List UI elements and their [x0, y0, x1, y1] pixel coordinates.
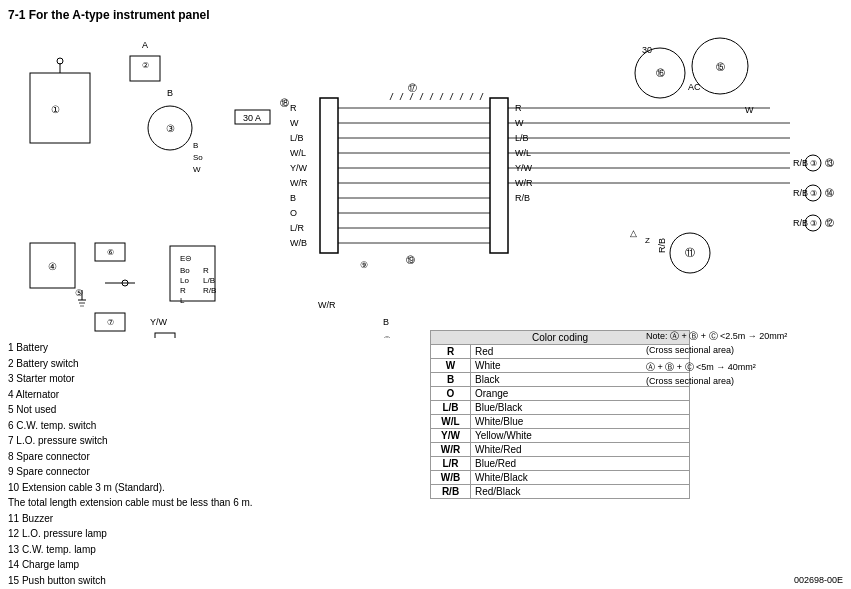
legend-item-1: 1 Battery	[8, 340, 308, 356]
legend-item-8: 8 Spare connector	[8, 449, 308, 465]
svg-text:⑭: ⑭	[825, 188, 834, 198]
svg-rect-15	[320, 98, 338, 253]
svg-text:R/B: R/B	[657, 238, 667, 253]
legend-item-10: 10 Extension cable 3 m (Standard).	[8, 480, 308, 496]
svg-text:②: ②	[142, 61, 149, 70]
color-table-row: R/BRed/Black	[431, 485, 690, 499]
svg-text:⑪: ⑪	[685, 247, 695, 258]
svg-text:W/L: W/L	[290, 148, 306, 158]
svg-text:R: R	[180, 286, 186, 295]
svg-text:△: △	[630, 228, 637, 238]
svg-text:⑫: ⑫	[825, 218, 834, 228]
legend-item-9: 9 Spare connector	[8, 464, 308, 480]
svg-text:③: ③	[810, 159, 817, 168]
color-name: Red/Black	[471, 485, 690, 499]
legend-item-4: 4 Alternator	[8, 387, 308, 403]
svg-text:W/R: W/R	[290, 178, 308, 188]
svg-text:⑬: ⑬	[825, 158, 834, 168]
svg-rect-122	[155, 333, 175, 338]
color-code: W/B	[431, 471, 471, 485]
color-table-row: Y/WYellow/White	[431, 429, 690, 443]
svg-text:L/R: L/R	[290, 223, 305, 233]
color-code: W/R	[431, 443, 471, 457]
svg-line-116	[460, 93, 463, 100]
svg-text:AC: AC	[688, 82, 701, 92]
svg-text:So: So	[193, 153, 203, 162]
color-code: W/L	[431, 415, 471, 429]
svg-line-111	[410, 93, 413, 100]
svg-text:Bo: Bo	[180, 266, 190, 275]
svg-text:①: ①	[51, 104, 60, 115]
color-code: R/B	[431, 485, 471, 499]
svg-text:⑲: ⑲	[406, 255, 415, 265]
svg-line-114	[440, 93, 443, 100]
color-name: White/Red	[471, 443, 690, 457]
color-name: Blue/Red	[471, 457, 690, 471]
note-area: Note: Ⓐ + Ⓑ + Ⓒ <2.5m → 20mm²(Cross sect…	[646, 330, 846, 388]
svg-text:Y/W: Y/W	[150, 317, 168, 327]
color-code: B	[431, 373, 471, 387]
svg-rect-26	[490, 98, 508, 253]
part-number: 002698-00E	[794, 575, 843, 585]
color-code: Y/W	[431, 429, 471, 443]
svg-text:⑯: ⑯	[656, 68, 665, 78]
color-code: L/B	[431, 401, 471, 415]
svg-text:③: ③	[810, 189, 817, 198]
svg-line-109	[390, 93, 393, 100]
color-table-row: W/BWhite/Black	[431, 471, 690, 485]
legend-item-7: 7 L.O. pressure switch	[8, 433, 308, 449]
svg-text:B: B	[383, 317, 389, 327]
svg-text:W: W	[290, 118, 299, 128]
svg-text:⑨: ⑨	[360, 260, 368, 270]
wiring-diagram: ① ② A ③ B ④ 30 A ⑱ R W L/B W/L Y/W W/R B…	[0, 18, 851, 338]
color-table-row: OOrange	[431, 387, 690, 401]
svg-text:30 A: 30 A	[243, 113, 261, 123]
svg-text:⑥: ⑥	[107, 248, 114, 257]
color-code: O	[431, 387, 471, 401]
color-table-row: L/BBlue/Black	[431, 401, 690, 415]
svg-text:⑮: ⑮	[716, 62, 725, 72]
page-container: 7-1 For the A-type instrument panel ① ② …	[0, 0, 851, 589]
svg-text:⑨: ⑨	[383, 335, 391, 338]
svg-text:Z: Z	[645, 236, 650, 245]
legend-item-11: 11 Buzzer	[8, 511, 308, 527]
svg-line-118	[480, 93, 483, 100]
svg-text:L/B: L/B	[290, 133, 304, 143]
color-name: Yellow/White	[471, 429, 690, 443]
svg-text:Y/W: Y/W	[290, 163, 308, 173]
legend-item-13: 13 C.W. temp. lamp	[8, 542, 308, 558]
svg-text:R: R	[290, 103, 297, 113]
svg-text:B: B	[193, 141, 198, 150]
legend-item-2: 2 Battery switch	[8, 356, 308, 372]
color-name: Orange	[471, 387, 690, 401]
svg-text:Lo: Lo	[180, 276, 189, 285]
svg-text:L/B: L/B	[203, 276, 215, 285]
svg-text:E⊝: E⊝	[180, 254, 192, 263]
svg-rect-0	[30, 73, 90, 143]
svg-text:⑦: ⑦	[107, 318, 114, 327]
color-code: R	[431, 345, 471, 359]
svg-text:W/B: W/B	[290, 238, 307, 248]
legend-item-6: 6 C.W. temp. switch	[8, 418, 308, 434]
legend-item-3: 3 Starter motor	[8, 371, 308, 387]
svg-line-113	[430, 93, 433, 100]
svg-text:30: 30	[642, 45, 652, 55]
svg-text:⑰: ⑰	[408, 83, 417, 93]
color-table-row: L/RBlue/Red	[431, 457, 690, 471]
svg-text:R/B: R/B	[515, 193, 530, 203]
svg-line-115	[450, 93, 453, 100]
svg-text:W/R: W/R	[318, 300, 336, 310]
svg-line-117	[470, 93, 473, 100]
color-name: White/Black	[471, 471, 690, 485]
svg-text:R/B: R/B	[203, 286, 216, 295]
svg-text:W: W	[193, 165, 201, 174]
svg-text:R: R	[203, 266, 209, 275]
svg-text:B: B	[290, 193, 296, 203]
color-name: Blue/Black	[471, 401, 690, 415]
svg-text:W: W	[745, 105, 754, 115]
svg-text:B: B	[167, 88, 173, 98]
color-code: L/R	[431, 457, 471, 471]
legend-item-15: 15 Push button switch	[8, 573, 308, 589]
color-name: White/Blue	[471, 415, 690, 429]
svg-line-110	[400, 93, 403, 100]
